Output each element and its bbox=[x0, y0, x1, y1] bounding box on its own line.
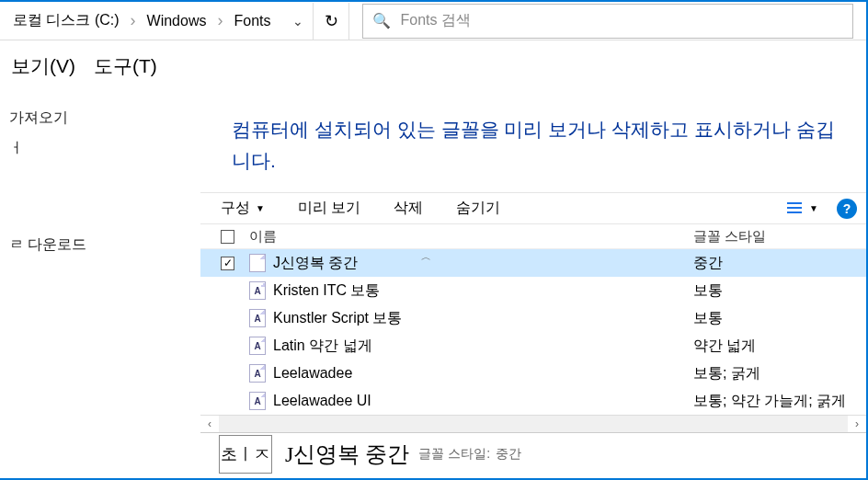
search-icon: 🔍 bbox=[372, 12, 391, 29]
table-row[interactable]: ALeelawadee보통; 굵게 bbox=[200, 360, 866, 387]
scroll-left-button[interactable]: ‹ bbox=[200, 417, 219, 430]
font-name: Leelawadee bbox=[273, 365, 693, 382]
font-name: Leelawadee UI bbox=[273, 393, 693, 409]
table-row[interactable]: ALeelawadee UI보통; 약간 가늘게; 굵게 bbox=[200, 387, 866, 415]
font-file-icon: A bbox=[249, 392, 266, 410]
font-file-icon: A bbox=[249, 364, 266, 383]
breadcrumb-part[interactable]: Fonts bbox=[228, 13, 276, 29]
font-style: 보통 bbox=[693, 309, 866, 328]
toolbar-preview[interactable]: 미리 보기 bbox=[281, 199, 377, 218]
table-row[interactable]: ✓J신영복 중간중간 bbox=[200, 249, 866, 277]
sidebar-link-download[interactable]: ㄹ 다운로드 bbox=[9, 230, 191, 260]
font-style: 약간 넓게 bbox=[693, 337, 866, 356]
preview-font-name: J신영복 중간 bbox=[285, 440, 409, 469]
scroll-right-button[interactable]: › bbox=[848, 417, 866, 430]
view-options-button[interactable]: ▼ bbox=[787, 202, 828, 215]
font-name: J신영복 중간 bbox=[273, 254, 693, 273]
menu-tools[interactable]: 도구(T) bbox=[94, 53, 157, 79]
preview-pane: 초ㅣㅈ J신영복 중간 글꼴 스타일: 중간 bbox=[200, 432, 866, 474]
table-header: 이름 글꼴 스타일 ︿ bbox=[200, 224, 866, 249]
table-row[interactable]: AKristen ITC 보통보통 bbox=[200, 277, 866, 304]
menu-view[interactable]: 보기(V) bbox=[11, 53, 75, 79]
table-row[interactable]: ALatin 약간 넓게약간 넓게 bbox=[200, 332, 866, 360]
sidebar: 가져오기 ㅓ ㄹ 다운로드 bbox=[0, 90, 200, 474]
font-file-icon: A bbox=[249, 281, 266, 300]
search-input[interactable]: 🔍 Fonts 검색 bbox=[362, 4, 853, 39]
toolbar: 구성 ▼ 미리 보기 삭제 숨기기 ▼ ? bbox=[200, 192, 866, 224]
toolbar-organize[interactable]: 구성 ▼ bbox=[217, 199, 281, 218]
column-name[interactable]: 이름 bbox=[249, 228, 693, 246]
list-icon bbox=[787, 202, 802, 215]
font-file-icon: A bbox=[249, 337, 266, 355]
chevron-right-icon: › bbox=[211, 11, 228, 30]
column-style[interactable]: 글꼴 스타일 bbox=[693, 228, 866, 246]
font-file-icon bbox=[249, 254, 266, 272]
sidebar-link-import[interactable]: 가져오기 bbox=[9, 103, 191, 133]
preview-style-value: 중간 bbox=[496, 446, 521, 463]
chevron-down-icon: ▼ bbox=[256, 203, 265, 213]
font-style: 보통; 굵게 bbox=[693, 364, 866, 383]
search-placeholder: Fonts 검색 bbox=[400, 11, 470, 30]
page-heading: 컴퓨터에 설치되어 있는 글꼴을 미리 보거나 삭제하고 표시하거나 숨깁니다. bbox=[200, 90, 866, 192]
font-file-icon: A bbox=[249, 309, 266, 327]
font-style: 보통; 약간 가늘게; 굵게 bbox=[693, 392, 866, 411]
chevron-up-icon: ︿ bbox=[421, 250, 431, 264]
preview-thumbnail: 초ㅣㅈ bbox=[219, 435, 272, 474]
refresh-button[interactable]: ↻ bbox=[313, 3, 349, 40]
font-name: Kristen ITC 보통 bbox=[273, 281, 693, 301]
chevron-right-icon: › bbox=[125, 11, 142, 30]
font-style: 중간 bbox=[693, 254, 866, 273]
scroll-track[interactable] bbox=[219, 416, 848, 432]
toolbar-hide[interactable]: 숨기기 bbox=[440, 199, 517, 218]
preview-style-label: 글꼴 스타일: bbox=[418, 446, 490, 463]
row-checkbox[interactable]: ✓ bbox=[221, 257, 234, 270]
chevron-down-icon: ▼ bbox=[809, 203, 818, 213]
font-name: Latin 약간 넓게 bbox=[273, 337, 693, 356]
breadcrumb-part[interactable]: 로컬 디스크 (C:) bbox=[7, 11, 125, 30]
sidebar-link-x[interactable]: ㅓ bbox=[9, 133, 191, 164]
help-button[interactable]: ? bbox=[837, 199, 857, 219]
font-name: Kunstler Script 보통 bbox=[273, 309, 693, 328]
toolbar-delete[interactable]: 삭제 bbox=[377, 199, 440, 218]
breadcrumb[interactable]: 로컬 디스크 (C:) › Windows › Fonts bbox=[0, 11, 283, 30]
font-style: 보통 bbox=[693, 281, 866, 301]
breadcrumb-part[interactable]: Windows bbox=[142, 13, 212, 29]
horizontal-scrollbar[interactable]: ‹ › bbox=[200, 415, 866, 432]
select-all-checkbox[interactable] bbox=[221, 230, 234, 244]
breadcrumb-dropdown[interactable]: ⌄ bbox=[283, 14, 313, 29]
table-row[interactable]: AKunstler Script 보통보통 bbox=[200, 304, 866, 332]
